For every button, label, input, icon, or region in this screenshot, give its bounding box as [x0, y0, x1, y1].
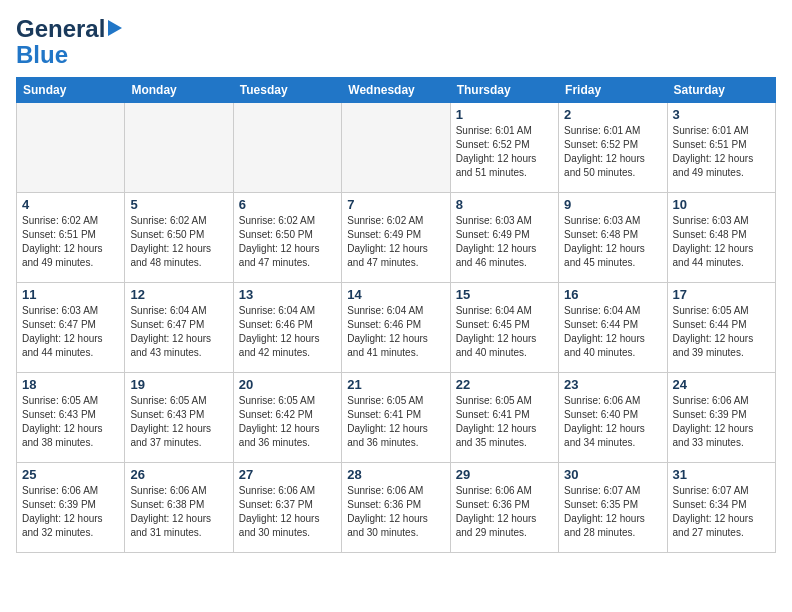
day-number: 16 — [564, 287, 661, 302]
header: General Blue — [16, 16, 776, 69]
day-number: 23 — [564, 377, 661, 392]
day-of-week-header: Tuesday — [233, 77, 341, 102]
day-number: 18 — [22, 377, 119, 392]
day-of-week-header: Wednesday — [342, 77, 450, 102]
calendar-day-cell: 5Sunrise: 6:02 AM Sunset: 6:50 PM Daylig… — [125, 192, 233, 282]
day-info: Sunrise: 6:04 AM Sunset: 6:45 PM Dayligh… — [456, 304, 553, 360]
day-info: Sunrise: 6:07 AM Sunset: 6:34 PM Dayligh… — [673, 484, 770, 540]
calendar-day-cell: 30Sunrise: 6:07 AM Sunset: 6:35 PM Dayli… — [559, 462, 667, 552]
day-info: Sunrise: 6:06 AM Sunset: 6:37 PM Dayligh… — [239, 484, 336, 540]
calendar-day-cell — [125, 102, 233, 192]
day-number: 3 — [673, 107, 770, 122]
day-info: Sunrise: 6:06 AM Sunset: 6:39 PM Dayligh… — [673, 394, 770, 450]
calendar-day-cell: 17Sunrise: 6:05 AM Sunset: 6:44 PM Dayli… — [667, 282, 775, 372]
calendar-day-cell: 7Sunrise: 6:02 AM Sunset: 6:49 PM Daylig… — [342, 192, 450, 282]
day-number: 30 — [564, 467, 661, 482]
day-info: Sunrise: 6:03 AM Sunset: 6:47 PM Dayligh… — [22, 304, 119, 360]
day-number: 8 — [456, 197, 553, 212]
calendar-day-cell: 25Sunrise: 6:06 AM Sunset: 6:39 PM Dayli… — [17, 462, 125, 552]
day-info: Sunrise: 6:01 AM Sunset: 6:52 PM Dayligh… — [456, 124, 553, 180]
day-info: Sunrise: 6:03 AM Sunset: 6:48 PM Dayligh… — [673, 214, 770, 270]
day-number: 6 — [239, 197, 336, 212]
day-info: Sunrise: 6:05 AM Sunset: 6:43 PM Dayligh… — [22, 394, 119, 450]
day-info: Sunrise: 6:03 AM Sunset: 6:49 PM Dayligh… — [456, 214, 553, 270]
day-number: 7 — [347, 197, 444, 212]
day-number: 17 — [673, 287, 770, 302]
calendar-day-cell: 16Sunrise: 6:04 AM Sunset: 6:44 PM Dayli… — [559, 282, 667, 372]
calendar-day-cell: 18Sunrise: 6:05 AM Sunset: 6:43 PM Dayli… — [17, 372, 125, 462]
calendar-day-cell: 8Sunrise: 6:03 AM Sunset: 6:49 PM Daylig… — [450, 192, 558, 282]
calendar-day-cell: 13Sunrise: 6:04 AM Sunset: 6:46 PM Dayli… — [233, 282, 341, 372]
day-info: Sunrise: 6:06 AM Sunset: 6:39 PM Dayligh… — [22, 484, 119, 540]
calendar-day-cell: 6Sunrise: 6:02 AM Sunset: 6:50 PM Daylig… — [233, 192, 341, 282]
day-info: Sunrise: 6:06 AM Sunset: 6:36 PM Dayligh… — [347, 484, 444, 540]
calendar-week-row: 1Sunrise: 6:01 AM Sunset: 6:52 PM Daylig… — [17, 102, 776, 192]
calendar-table: SundayMondayTuesdayWednesdayThursdayFrid… — [16, 77, 776, 553]
day-of-week-header: Saturday — [667, 77, 775, 102]
day-info: Sunrise: 6:06 AM Sunset: 6:38 PM Dayligh… — [130, 484, 227, 540]
calendar-day-cell: 21Sunrise: 6:05 AM Sunset: 6:41 PM Dayli… — [342, 372, 450, 462]
day-info: Sunrise: 6:05 AM Sunset: 6:44 PM Dayligh… — [673, 304, 770, 360]
calendar-day-cell: 11Sunrise: 6:03 AM Sunset: 6:47 PM Dayli… — [17, 282, 125, 372]
day-info: Sunrise: 6:01 AM Sunset: 6:51 PM Dayligh… — [673, 124, 770, 180]
day-of-week-header: Thursday — [450, 77, 558, 102]
calendar-day-cell: 24Sunrise: 6:06 AM Sunset: 6:39 PM Dayli… — [667, 372, 775, 462]
day-number: 1 — [456, 107, 553, 122]
calendar-day-cell: 15Sunrise: 6:04 AM Sunset: 6:45 PM Dayli… — [450, 282, 558, 372]
day-number: 28 — [347, 467, 444, 482]
calendar-day-cell: 19Sunrise: 6:05 AM Sunset: 6:43 PM Dayli… — [125, 372, 233, 462]
day-number: 15 — [456, 287, 553, 302]
day-info: Sunrise: 6:02 AM Sunset: 6:50 PM Dayligh… — [239, 214, 336, 270]
day-number: 25 — [22, 467, 119, 482]
day-number: 13 — [239, 287, 336, 302]
calendar-week-row: 11Sunrise: 6:03 AM Sunset: 6:47 PM Dayli… — [17, 282, 776, 372]
day-of-week-header: Monday — [125, 77, 233, 102]
day-info: Sunrise: 6:07 AM Sunset: 6:35 PM Dayligh… — [564, 484, 661, 540]
day-number: 10 — [673, 197, 770, 212]
calendar-day-cell: 26Sunrise: 6:06 AM Sunset: 6:38 PM Dayli… — [125, 462, 233, 552]
calendar-day-cell — [17, 102, 125, 192]
logo-general: General — [16, 16, 105, 42]
calendar-day-cell — [233, 102, 341, 192]
calendar-day-cell: 4Sunrise: 6:02 AM Sunset: 6:51 PM Daylig… — [17, 192, 125, 282]
day-number: 21 — [347, 377, 444, 392]
calendar-day-cell — [342, 102, 450, 192]
calendar-day-cell: 1Sunrise: 6:01 AM Sunset: 6:52 PM Daylig… — [450, 102, 558, 192]
calendar-day-cell: 12Sunrise: 6:04 AM Sunset: 6:47 PM Dayli… — [125, 282, 233, 372]
calendar-day-cell: 28Sunrise: 6:06 AM Sunset: 6:36 PM Dayli… — [342, 462, 450, 552]
day-info: Sunrise: 6:06 AM Sunset: 6:40 PM Dayligh… — [564, 394, 661, 450]
calendar-day-cell: 2Sunrise: 6:01 AM Sunset: 6:52 PM Daylig… — [559, 102, 667, 192]
day-number: 29 — [456, 467, 553, 482]
day-info: Sunrise: 6:01 AM Sunset: 6:52 PM Dayligh… — [564, 124, 661, 180]
calendar-day-cell: 27Sunrise: 6:06 AM Sunset: 6:37 PM Dayli… — [233, 462, 341, 552]
day-info: Sunrise: 6:03 AM Sunset: 6:48 PM Dayligh… — [564, 214, 661, 270]
day-info: Sunrise: 6:05 AM Sunset: 6:41 PM Dayligh… — [347, 394, 444, 450]
day-info: Sunrise: 6:04 AM Sunset: 6:46 PM Dayligh… — [239, 304, 336, 360]
calendar-week-row: 18Sunrise: 6:05 AM Sunset: 6:43 PM Dayli… — [17, 372, 776, 462]
day-number: 20 — [239, 377, 336, 392]
day-info: Sunrise: 6:02 AM Sunset: 6:49 PM Dayligh… — [347, 214, 444, 270]
day-number: 12 — [130, 287, 227, 302]
day-info: Sunrise: 6:02 AM Sunset: 6:50 PM Dayligh… — [130, 214, 227, 270]
day-info: Sunrise: 6:05 AM Sunset: 6:42 PM Dayligh… — [239, 394, 336, 450]
day-of-week-header: Sunday — [17, 77, 125, 102]
logo: General Blue — [16, 16, 122, 69]
day-number: 11 — [22, 287, 119, 302]
day-number: 27 — [239, 467, 336, 482]
calendar-day-cell: 29Sunrise: 6:06 AM Sunset: 6:36 PM Dayli… — [450, 462, 558, 552]
calendar-day-cell: 3Sunrise: 6:01 AM Sunset: 6:51 PM Daylig… — [667, 102, 775, 192]
calendar-day-cell: 23Sunrise: 6:06 AM Sunset: 6:40 PM Dayli… — [559, 372, 667, 462]
calendar-day-cell: 31Sunrise: 6:07 AM Sunset: 6:34 PM Dayli… — [667, 462, 775, 552]
day-info: Sunrise: 6:05 AM Sunset: 6:41 PM Dayligh… — [456, 394, 553, 450]
calendar-day-cell: 22Sunrise: 6:05 AM Sunset: 6:41 PM Dayli… — [450, 372, 558, 462]
day-info: Sunrise: 6:05 AM Sunset: 6:43 PM Dayligh… — [130, 394, 227, 450]
day-of-week-header: Friday — [559, 77, 667, 102]
day-number: 26 — [130, 467, 227, 482]
calendar-day-cell: 14Sunrise: 6:04 AM Sunset: 6:46 PM Dayli… — [342, 282, 450, 372]
calendar-day-cell: 10Sunrise: 6:03 AM Sunset: 6:48 PM Dayli… — [667, 192, 775, 282]
day-number: 5 — [130, 197, 227, 212]
day-number: 19 — [130, 377, 227, 392]
logo-blue: Blue — [16, 42, 68, 68]
calendar-day-cell: 9Sunrise: 6:03 AM Sunset: 6:48 PM Daylig… — [559, 192, 667, 282]
day-info: Sunrise: 6:02 AM Sunset: 6:51 PM Dayligh… — [22, 214, 119, 270]
